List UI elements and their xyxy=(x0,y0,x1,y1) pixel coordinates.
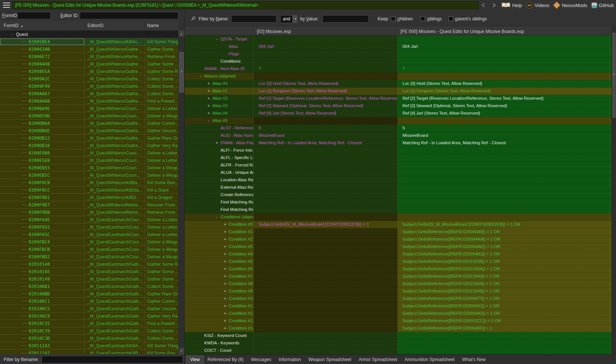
back-button[interactable] xyxy=(479,1,487,9)
expand-icon[interactable]: + xyxy=(224,236,229,243)
expand-icon[interactable]: + xyxy=(224,258,229,265)
keep-children-checkbox[interactable] xyxy=(391,16,395,21)
scroll-up-icon[interactable] xyxy=(179,31,184,37)
table-row[interactable]: 0200F655_M_QuestEastmarchCour...Deliver … xyxy=(0,224,178,231)
collapse-icon[interactable]: - xyxy=(216,214,221,221)
forward-button[interactable] xyxy=(490,1,498,9)
tree-row[interactable]: +Alias #3Ref [3] Steward {Optional, Stor… xyxy=(185,102,612,110)
table-row[interactable]: 0200F0DB_M_QuestWhiterunRetrie...Retriev… xyxy=(0,209,178,216)
table-row[interactable]: 0200BA9E_M_QuestWhiterunCouri...Deliver … xyxy=(0,105,178,112)
table-row[interactable]: 0200AA67_M_QuestWhiterunGathe...Collect … xyxy=(0,90,178,97)
tree-row[interactable]: +Alias #1Loc [1] Dungeon {Stores Text, A… xyxy=(185,87,612,95)
table-row[interactable]: 0200EB55_M_QuestWhiterunCouri...Deliver … xyxy=(0,164,178,172)
table-row[interactable]: 02010C35_M_QuestEastmarchGath...Find a P… xyxy=(0,320,178,327)
table-row[interactable]: 0200AA6B_M_QuestWhiterunGathe...Find a P… xyxy=(0,97,178,105)
expand-icon[interactable]: + xyxy=(224,317,229,324)
tree-row[interactable]: ALFL - Specific Locati... xyxy=(185,154,612,162)
expand-icon[interactable]: + xyxy=(224,325,229,332)
tree-row[interactable]: Find Matching Refere... xyxy=(185,206,612,214)
table-row[interactable]: 0200DB0E_M_QuestWhiterunGathe...Gather U… xyxy=(0,127,178,135)
tree-row[interactable]: ALFR - Forced Refere... xyxy=(185,162,612,169)
table-row[interactable]: 020111A3_M_QuestEastmarchKillA...Kill So… xyxy=(0,342,178,350)
tree-row[interactable]: +Alias #4Ref [4] Jarl {Stores Text, Allo… xyxy=(185,110,612,117)
table-row[interactable]: 020106C1_M_QuestEastmarchGath...Gather C… xyxy=(0,298,178,305)
tree-row[interactable]: -Aliases (aligned) xyxy=(185,73,612,80)
expand-icon[interactable]: + xyxy=(224,273,229,280)
column-header-master-plugin[interactable]: [02] Missives.esp xyxy=(253,28,397,35)
left-vertical-scrollbar[interactable] xyxy=(178,31,184,354)
table-row[interactable]: 0200E5EB_M_QuestWhiterunCouri...Deliver … xyxy=(0,157,178,164)
table-row[interactable]: 02008408_M_QuestWhiterunGathe...Gather S… xyxy=(0,60,178,68)
tree-row[interactable]: ALST - Reference Alia...55 xyxy=(185,125,612,132)
tree-row[interactable]: Alias004 Jarl004 Jarl xyxy=(185,43,612,50)
tree-row[interactable]: Find Matching Refere... xyxy=(185,199,612,206)
tab-messages[interactable]: Messages xyxy=(247,356,275,364)
tab-referenced-by-6-[interactable]: Referenced By (6) xyxy=(204,356,247,364)
tree-row[interactable]: -Conditions (aligned) xyxy=(185,214,612,221)
tree-row[interactable]: +Condition #1Subject.GetIsReference([REF… xyxy=(185,228,612,236)
hamburger-menu-icon[interactable] xyxy=(3,3,10,8)
table-row[interactable]: 020111A7_M_QuestEastmarchKillB...Kill So… xyxy=(0,350,178,354)
tab-what-s-new[interactable]: What's New xyxy=(458,356,490,364)
table-row[interactable]: 02010145_M_QuestEastmarchGath...Gather S… xyxy=(0,268,178,275)
expand-icon[interactable]: + xyxy=(224,310,229,317)
tree-row[interactable]: Create Reference to ... xyxy=(185,191,612,199)
left-scrollbar-thumb[interactable] xyxy=(179,52,184,93)
expand-icon[interactable]: + xyxy=(224,243,229,250)
tree-row[interactable]: ALID - Alias NameMissiveBoardMissiveBoar… xyxy=(185,132,612,139)
tree-row[interactable]: +Condition #7Subject.GetIsReference([REF… xyxy=(185,273,612,280)
tree-row[interactable]: +Condition #4Subject.GetIsReference([REF… xyxy=(185,251,612,258)
tree-row[interactable]: +FNAM - Alias FlagsMatching Ref - In Loa… xyxy=(185,139,612,147)
tree-row[interactable]: ANAM - Next Alias ID77 xyxy=(185,65,612,73)
expand-icon[interactable]: + xyxy=(208,102,212,109)
expand-icon[interactable]: + xyxy=(224,228,229,235)
table-row[interactable]: 0200DB12_M_QuestWhiterunGathe...Gather R… xyxy=(0,135,178,142)
table-row[interactable]: 0200FBCB_M_QuestEastmarchCour...Deliver … xyxy=(0,246,178,253)
table-row[interactable]: 02010C39_M_QuestEastmarchGath...Collect … xyxy=(0,327,178,335)
expand-icon[interactable]: + xyxy=(224,265,229,272)
chevron-down-icon[interactable] xyxy=(292,16,297,23)
tree-row[interactable]: +Condition #8Subject.GetIsReference([REF… xyxy=(185,280,612,288)
table-row[interactable]: 02009F99_M_QuestWhiterunGathe...Collect … xyxy=(0,83,178,90)
expand-icon[interactable]: + xyxy=(224,280,229,287)
tree-row[interactable]: +Alias #2Ref [2] Target {Reserves Locati… xyxy=(185,95,612,102)
table-row[interactable]: 02009A1C_M_QuestWhiterunGathe...Collect … xyxy=(0,75,178,83)
expand-icon[interactable]: + xyxy=(224,295,229,302)
tree-row[interactable]: Location Alias Refere... xyxy=(185,176,612,184)
scroll-down-icon[interactable] xyxy=(179,348,184,354)
videos-link[interactable]: GP Videos xyxy=(525,2,550,9)
table-row[interactable]: 02010C3D_M_QuestEastmarchGath...Collect … xyxy=(0,335,178,342)
tree-row[interactable]: ALFI - Force Into Alia... xyxy=(185,147,612,154)
tree-row[interactable]: +Condition #13Subject.GetIsReference([RE… xyxy=(185,317,612,325)
table-row[interactable]: 02010140_M_QuestEastmarchGath...Gather S… xyxy=(0,261,178,268)
table-row[interactable]: 020106C9_M_QuestEastmarchGath...Gather V… xyxy=(0,312,178,320)
tree-row[interactable]: KSIZ - Keyword Count xyxy=(185,332,612,340)
tree-row[interactable]: ALUA - Unique Actor xyxy=(185,169,612,176)
table-row[interactable]: 0200D59D_M_QuestWhiterunCouri...Deliver … xyxy=(0,112,178,120)
github-link[interactable]: GitHub xyxy=(591,3,615,8)
filter-operator-combo[interactable]: and xyxy=(280,15,297,23)
expand-icon[interactable]: + xyxy=(208,110,212,117)
column-header-editorid[interactable]: EditorID xyxy=(85,21,145,30)
expand-icon[interactable]: + xyxy=(224,288,229,295)
table-row[interactable]: 020058E4_M_QuestWhiterunKillAn...Kill So… xyxy=(0,38,178,46)
table-row[interactable]: 0200F64E_M_QuestEastmarchCour...Deliver … xyxy=(0,216,178,224)
tree-row[interactable]: +Condition #12Subject.GetIsReference([RE… xyxy=(185,310,612,317)
collapse-icon[interactable]: - xyxy=(199,73,204,80)
expand-icon[interactable]: + xyxy=(224,302,229,310)
table-row[interactable]: 020106C5_M_QuestEastmarchGath...Gather U… xyxy=(0,305,178,312)
expand-icon[interactable]: + xyxy=(208,87,212,95)
column-header-formid[interactable]: FormID xyxy=(0,21,85,30)
tree-row[interactable]: KWDA - Keywords xyxy=(185,340,612,347)
tree-row[interactable]: +Condition #3Subject.GetIsReference([REF… xyxy=(185,243,612,251)
column-header-name[interactable]: Name xyxy=(145,21,178,30)
tree-node-quest[interactable]: - Quest xyxy=(0,31,178,38)
tree-row[interactable]: +Condition #0Subject.GetIsID(_M_MissiveB… xyxy=(185,221,612,228)
editorid-filter-input[interactable] xyxy=(80,12,178,19)
formid-filter-input[interactable] xyxy=(17,12,51,19)
keep-parents-siblings-checkbox[interactable] xyxy=(448,16,453,21)
table-row[interactable]: 02006E72_M_QuestWhiterunRetrie...Retriev… xyxy=(0,53,178,60)
table-row[interactable]: 0200DB16_M_QuestWhiterunGathe...Gather V… xyxy=(0,142,178,149)
table-row[interactable]: 020106BD_M_QuestEastmarchGath...Gather R… xyxy=(0,290,178,298)
table-row[interactable]: 0200E080_M_QuestWhiterunCouri...Deliver … xyxy=(0,149,178,157)
